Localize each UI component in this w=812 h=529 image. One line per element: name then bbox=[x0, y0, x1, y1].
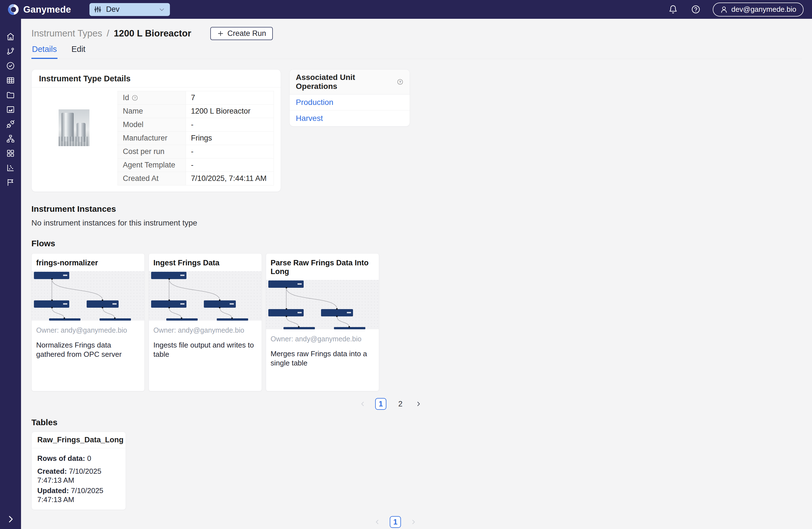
help-button[interactable] bbox=[690, 4, 701, 15]
brand: Ganymede bbox=[7, 3, 71, 16]
table-updated: Updated: 7/10/2025 7:47:13 AM bbox=[37, 486, 120, 504]
chevron-right-icon bbox=[6, 514, 15, 524]
table-row: Agent Template- bbox=[118, 158, 274, 172]
pagination-page-1[interactable]: 1 bbox=[375, 398, 386, 410]
tab-details[interactable]: Details bbox=[31, 42, 57, 59]
unit-ops-title: Associated Unit Operations bbox=[296, 73, 394, 91]
flow-name: Parse Raw Frings Data Into Long bbox=[266, 254, 379, 280]
row-label: Name bbox=[118, 105, 186, 118]
help-circle-icon[interactable]: ? bbox=[397, 78, 404, 85]
tables-title: Tables bbox=[31, 418, 802, 427]
sidebar-item-flows[interactable] bbox=[5, 46, 16, 56]
created-label: Created: bbox=[37, 467, 67, 475]
flow-card-ingest-frings-data[interactable]: Ingest Frings Data bbox=[149, 253, 262, 391]
pagination-next-button[interactable] bbox=[409, 518, 418, 526]
ganymede-logo-icon bbox=[7, 3, 20, 16]
instrument-instances-section: Instrument Instances No instrument insta… bbox=[31, 204, 802, 228]
table-card-raw-frings-data-long[interactable]: Raw_Frings_Data_Long Rows of data: 0 Cre… bbox=[31, 432, 126, 510]
sidebar-item-home[interactable] bbox=[5, 32, 16, 41]
pagination-next-button[interactable] bbox=[415, 400, 423, 408]
sidebar-item-runs[interactable] bbox=[5, 61, 16, 70]
list-item: Harvest bbox=[290, 111, 410, 126]
user-icon bbox=[720, 5, 728, 13]
sliders-icon bbox=[94, 5, 102, 13]
user-menu[interactable]: dev@ganymede.bio bbox=[713, 2, 803, 16]
chevron-down-icon bbox=[158, 6, 165, 13]
table-name: Raw_Frings_Data_Long bbox=[32, 432, 126, 448]
row-label: Id bbox=[123, 94, 129, 102]
svg-text:?: ? bbox=[399, 80, 401, 84]
flow-graph-preview bbox=[266, 280, 379, 329]
flow-graph-preview bbox=[149, 271, 262, 320]
pagination-page-2[interactable]: 2 bbox=[395, 398, 406, 410]
tab-edit[interactable]: Edit bbox=[71, 42, 86, 59]
row-label: Created At bbox=[118, 172, 186, 185]
help-circle-icon bbox=[691, 5, 700, 14]
sidebar-item-tables[interactable] bbox=[5, 76, 16, 85]
tables-pagination: 1 bbox=[373, 516, 418, 528]
pagination-prev-button[interactable] bbox=[373, 518, 381, 526]
sidebar-item-dashboards[interactable] bbox=[5, 105, 16, 114]
row-value: Frings bbox=[186, 131, 274, 145]
flow-owner: Owner: andy@ganymede.bio bbox=[154, 326, 257, 334]
sidebar-item-analysis[interactable] bbox=[5, 163, 16, 172]
flow-owner: Owner: andy@ganymede.bio bbox=[36, 326, 140, 334]
environment-label: Dev bbox=[106, 5, 119, 14]
flow-description: Normalizes Frings data gathered from OPC… bbox=[36, 341, 140, 359]
pagination-prev-button[interactable] bbox=[358, 400, 367, 408]
topbar-right: dev@ganymede.bio bbox=[667, 2, 807, 16]
create-run-label: Create Run bbox=[227, 29, 266, 38]
table-row: Model- bbox=[118, 118, 274, 131]
table-row: Id ? 7 bbox=[118, 91, 274, 105]
instrument-photo bbox=[59, 110, 89, 185]
flow-graph-preview bbox=[32, 271, 145, 320]
sidebar-item-files[interactable] bbox=[5, 90, 16, 100]
grid-2x2-icon bbox=[6, 149, 15, 158]
sidebar-item-apps[interactable] bbox=[5, 149, 16, 158]
associated-unit-operations-card: Associated Unit Operations ? Production … bbox=[289, 69, 410, 127]
details-card-title: Instrument Type Details bbox=[32, 70, 281, 87]
unit-op-link-production[interactable]: Production bbox=[296, 98, 333, 106]
sidebar-expand-button[interactable] bbox=[0, 514, 21, 524]
create-run-button[interactable]: Create Run bbox=[210, 27, 273, 40]
sidebar-item-connections[interactable] bbox=[5, 119, 16, 129]
row-value: - bbox=[186, 158, 274, 172]
row-value: - bbox=[186, 145, 274, 158]
breadcrumb: Instrument Types / 1200 L Bioreactor Cre… bbox=[31, 27, 802, 40]
row-label: Cost per run bbox=[118, 145, 186, 158]
rows-label: Rows of data: bbox=[37, 454, 85, 462]
chevron-right-icon bbox=[415, 400, 422, 408]
pagination-page-1[interactable]: 1 bbox=[390, 516, 401, 528]
instrument-type-details-card: Instrument Type Details Id ? 7 bbox=[31, 69, 281, 192]
sidebar-item-pipelines[interactable] bbox=[5, 134, 16, 143]
flow-card-frings-normalizer[interactable]: frings-normalizer bbox=[31, 253, 145, 391]
list-item: Production bbox=[290, 95, 410, 111]
flow-name: frings-normalizer bbox=[32, 254, 144, 271]
sidebar-item-flags[interactable] bbox=[5, 178, 16, 187]
rows-value: 0 bbox=[87, 454, 91, 462]
topbar: Ganymede Dev bbox=[0, 0, 812, 19]
row-label: Manufacturer bbox=[118, 131, 186, 145]
row-label: Model bbox=[118, 118, 186, 131]
table-row: Cost per run- bbox=[118, 145, 274, 158]
flow-owner: Owner: andy@ganymede.bio bbox=[271, 335, 374, 343]
home-icon bbox=[6, 32, 15, 41]
unit-op-link-harvest[interactable]: Harvest bbox=[296, 114, 323, 123]
tables-section: Tables Raw_Frings_Data_Long Rows of data… bbox=[31, 418, 802, 528]
environment-selector[interactable]: Dev bbox=[89, 3, 170, 16]
area-chart-icon bbox=[6, 105, 15, 114]
folder-icon bbox=[6, 90, 15, 99]
notifications-button[interactable] bbox=[667, 4, 679, 15]
table-row: Created At7/10/2025, 7:44:11 AM bbox=[118, 172, 274, 185]
flag-icon bbox=[6, 178, 15, 187]
chevron-right-icon bbox=[410, 518, 417, 526]
table-created: Created: 7/10/2025 7:47:13 AM bbox=[37, 467, 120, 485]
flow-card-parse-raw-frings-data[interactable]: Parse Raw Frings Data Into Long bbox=[266, 253, 379, 391]
scatter-plot-icon bbox=[6, 163, 15, 172]
row-value: 1200 L Bioreactor bbox=[186, 105, 274, 118]
help-circle-icon[interactable]: ? bbox=[131, 95, 138, 101]
bioreactor-piping bbox=[59, 137, 89, 146]
sidebar bbox=[0, 19, 21, 529]
bell-icon bbox=[668, 5, 678, 14]
breadcrumb-parent[interactable]: Instrument Types bbox=[31, 28, 102, 39]
